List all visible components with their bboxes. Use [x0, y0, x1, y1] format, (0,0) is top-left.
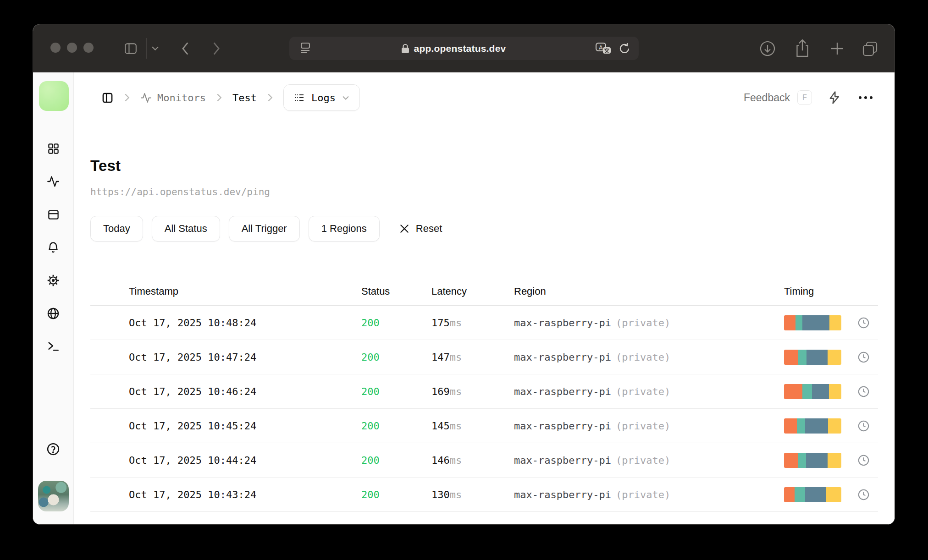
zap-icon[interactable] [828, 91, 841, 104]
clock-icon[interactable] [857, 454, 870, 467]
reload-icon[interactable] [619, 42, 630, 55]
lock-icon [401, 44, 409, 54]
help-icon [46, 442, 60, 456]
timing-segment [797, 418, 806, 434]
zoom-window-button[interactable] [83, 43, 94, 53]
close-icon [399, 224, 409, 234]
forward-icon[interactable] [213, 24, 221, 72]
col-status: Status [361, 285, 431, 297]
table-row[interactable]: Oct 17, 2025 10:47:24 200 147ms max-rasp… [90, 340, 878, 374]
cell-timing [784, 350, 878, 365]
timing-segment [806, 350, 828, 365]
help-button[interactable] [46, 442, 60, 458]
sidebar-item-dashboard[interactable] [33, 132, 73, 165]
timing-segment [826, 487, 841, 502]
translate-icon[interactable]: A [596, 43, 611, 55]
breadcrumb-chevron-icon [124, 93, 130, 102]
cell-status: 200 [361, 455, 431, 466]
minimize-window-button[interactable] [67, 43, 77, 53]
browser-window: app.openstatus.dev A [33, 24, 895, 525]
svg-text:A: A [599, 44, 603, 50]
panel-toggle-icon[interactable] [101, 92, 114, 104]
timing-segment [828, 350, 841, 365]
list-icon [294, 92, 305, 103]
sidebar-item-status-pages[interactable] [33, 198, 73, 231]
table-body: Oct 17, 2025 10:48:24 200 175ms max-rasp… [90, 306, 878, 512]
feedback-shortcut-key: F [797, 90, 812, 105]
activity-icon [140, 92, 152, 104]
clock-icon[interactable] [857, 317, 870, 329]
breadcrumb-chevron-icon [267, 93, 273, 102]
timing-segment [802, 384, 812, 399]
table-row[interactable]: Oct 17, 2025 10:48:24 200 175ms max-rasp… [90, 306, 878, 340]
timing-segment [806, 453, 828, 468]
user-avatar[interactable] [38, 481, 69, 511]
address-bar[interactable]: app.openstatus.dev A [289, 37, 639, 60]
cell-timing [784, 384, 878, 399]
breadcrumb-monitor-name[interactable]: Test [232, 92, 257, 104]
timing-segment [805, 487, 826, 502]
back-icon[interactable] [181, 24, 189, 72]
table-row[interactable]: Oct 17, 2025 10:44:24 200 146ms max-rasp… [90, 443, 878, 478]
sidebar-item-cli[interactable] [33, 330, 73, 363]
cell-timestamp: Oct 17, 2025 10:48:24 [129, 317, 361, 329]
timing-segment [829, 315, 841, 330]
timing-segment [805, 418, 828, 434]
sidebar-bottom [33, 442, 73, 524]
breadcrumb-chevron-icon [216, 93, 222, 102]
filter-status-button[interactable]: All Status [152, 216, 220, 242]
sidebar-item-notifications[interactable] [33, 231, 73, 264]
sidebar-item-domains[interactable] [33, 297, 73, 330]
filter-trigger-button[interactable]: All Trigger [229, 216, 300, 242]
timing-waterfall-bar [784, 315, 841, 330]
timing-waterfall-bar [784, 453, 841, 468]
globe-icon [47, 307, 60, 320]
clock-icon[interactable] [857, 420, 870, 432]
timing-segment [802, 315, 829, 330]
clock-icon[interactable] [857, 489, 870, 501]
cell-timing [784, 487, 878, 502]
col-timing: Timing [784, 285, 878, 297]
close-window-button[interactable] [50, 43, 61, 53]
sidebar-item-settings[interactable] [33, 264, 73, 297]
feedback-button[interactable]: Feedback F [744, 90, 812, 105]
sidebar-chevron-icon[interactable] [151, 24, 159, 72]
table-row[interactable]: Oct 17, 2025 10:46:24 200 169ms max-rasp… [90, 374, 878, 409]
downloads-icon[interactable] [758, 24, 777, 72]
filter-regions-button[interactable]: 1 Regions [309, 216, 380, 242]
filter-period-button[interactable]: Today [90, 216, 143, 242]
new-tab-icon[interactable] [829, 24, 845, 72]
logs-dropdown[interactable]: Logs [283, 84, 360, 111]
table-row[interactable]: Oct 17, 2025 10:45:24 200 145ms max-rasp… [90, 409, 878, 443]
timing-segment [828, 418, 841, 434]
timing-segment [784, 487, 795, 502]
timing-segment [798, 350, 806, 365]
page-format-icon[interactable] [299, 42, 311, 55]
table-row[interactable]: Oct 17, 2025 10:43:24 200 130ms max-rasp… [90, 478, 878, 512]
reset-filters-button[interactable]: Reset [388, 216, 453, 242]
cell-latency: 146ms [431, 455, 514, 466]
tab-overview-icon[interactable] [861, 24, 879, 72]
breadcrumb-monitors[interactable]: Monitors [140, 92, 206, 104]
clock-icon[interactable] [857, 351, 870, 363]
grid-icon [47, 143, 60, 155]
clock-icon[interactable] [857, 385, 870, 398]
sidebar-toggle-icon[interactable] [124, 24, 138, 72]
timing-segment [795, 315, 802, 330]
timing-waterfall-bar [784, 350, 841, 365]
more-options-icon[interactable] [857, 94, 874, 101]
timing-segment [784, 418, 797, 434]
cell-timestamp: Oct 17, 2025 10:47:24 [129, 351, 361, 363]
share-icon[interactable] [794, 24, 811, 72]
chevron-down-icon [342, 95, 349, 100]
workspace-logo[interactable] [39, 81, 69, 111]
cell-timestamp: Oct 17, 2025 10:44:24 [129, 455, 361, 466]
sidebar-item-monitors[interactable] [33, 165, 73, 198]
cell-latency: 130ms [431, 489, 514, 500]
logs-table: Timestamp Status Latency Region Timing O… [90, 277, 878, 512]
browser-toolbar: app.openstatus.dev A [33, 24, 895, 72]
filter-bar: Today All Status All Trigger 1 Regions R… [90, 216, 878, 242]
app-content: Monitors Test Logs [33, 72, 895, 524]
cell-status: 200 [361, 386, 431, 397]
cell-latency: 147ms [431, 351, 514, 363]
